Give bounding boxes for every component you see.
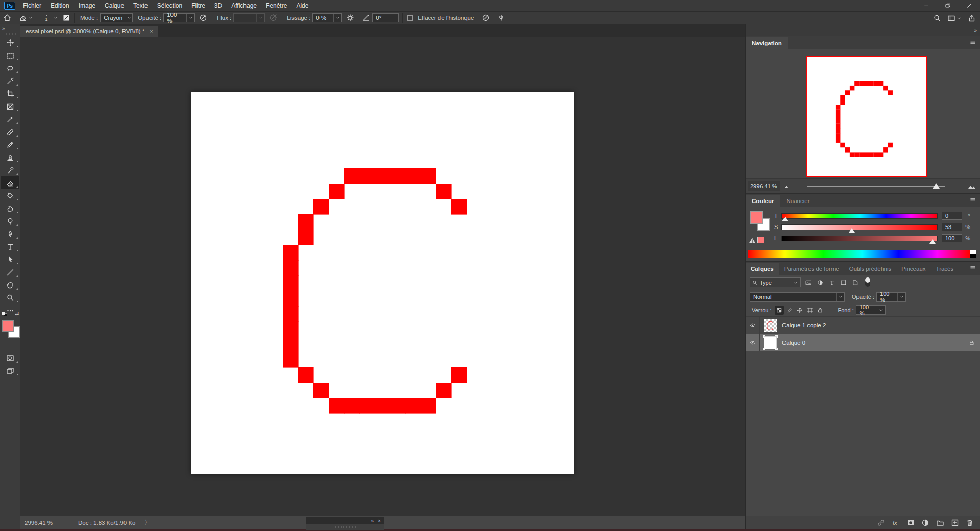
lock-artboard-icon[interactable] [805, 306, 815, 315]
color-spectrum-ramp[interactable] [748, 250, 976, 258]
layer-style-icon[interactable] [892, 519, 900, 527]
menu-image[interactable]: Image [74, 0, 100, 11]
type-filter-icon[interactable] [829, 280, 835, 286]
layer-visibility-eye-icon[interactable] [746, 317, 760, 334]
lock-all-icon[interactable] [816, 306, 825, 315]
shape-filter-icon[interactable] [841, 280, 847, 286]
slider-thumb[interactable] [849, 228, 855, 233]
slider-track-l[interactable] [781, 236, 938, 241]
move-tool[interactable] [1, 36, 19, 49]
slider-value-field[interactable]: 53 [942, 223, 962, 231]
pressure-size-toggle[interactable] [482, 14, 490, 22]
panel-menu-icon[interactable] [970, 39, 976, 45]
slider-thumb[interactable] [782, 217, 788, 221]
adjustment-layer-icon[interactable] [921, 519, 929, 527]
menu-fichier[interactable]: Fichier [18, 0, 46, 11]
toolbar-collapse-chevron[interactable]: » [0, 24, 7, 32]
tab-navigation[interactable]: Navigation [746, 37, 788, 49]
pen-tool[interactable] [1, 227, 19, 240]
crop-tool[interactable] [1, 87, 19, 100]
gamut-closest-swatch[interactable] [757, 237, 764, 243]
mode-select[interactable]: Crayon [100, 13, 133, 22]
foreground-color-swatch[interactable] [2, 320, 14, 332]
brush-angle-field[interactable]: 0° [372, 13, 399, 22]
tab-trac-s[interactable]: Tracés [931, 263, 959, 275]
zoom-in-icon[interactable] [968, 182, 976, 190]
tab-calques[interactable]: Calques [746, 263, 779, 275]
home-button[interactable] [3, 14, 11, 22]
minibar-close-icon[interactable]: × [378, 518, 381, 524]
line-tool[interactable] [1, 266, 19, 279]
layer-mask-icon[interactable] [906, 519, 915, 527]
brush-settings-panel-toggle[interactable] [62, 14, 70, 22]
lasso-tool[interactable] [1, 62, 19, 74]
tab-nuancier[interactable]: Nuancier [780, 195, 816, 207]
clone-stamp-tool[interactable] [1, 151, 19, 164]
eraser-tool[interactable] [1, 176, 19, 189]
status-zoom-level[interactable]: 2996.41 % [20, 520, 58, 526]
document-tab[interactable]: essai pixel.psd @ 3000% (Calque 0, RVB/8… [20, 26, 158, 37]
brush-tool[interactable] [1, 138, 19, 151]
rectangular-marquee-tool[interactable] [1, 49, 19, 62]
default-colors-icon[interactable] [2, 312, 8, 317]
smudge-tool[interactable] [1, 202, 19, 215]
tool-preset-picker[interactable] [19, 14, 33, 22]
layer-visibility-eye-icon[interactable] [746, 334, 760, 351]
toolbar-grip[interactable] [5, 33, 16, 35]
zoom-slider-thumb[interactable] [933, 183, 940, 189]
layer-row[interactable]: Calque 0 [746, 334, 980, 351]
smoothing-options-gear[interactable] [346, 14, 354, 22]
navigation-zoom-slider[interactable] [795, 179, 963, 193]
brush-preset-picker[interactable]: 1 [41, 15, 58, 21]
adjustment-filter-icon[interactable] [817, 280, 823, 286]
slider-value-field[interactable]: 0 [942, 212, 962, 220]
minimize-button[interactable] [916, 0, 937, 11]
slider-track-t[interactable] [781, 213, 938, 219]
swap-colors-icon[interactable]: ⇄ [15, 311, 19, 316]
erase-history-checkbox[interactable] [407, 15, 413, 21]
menu-aide[interactable]: Aide [291, 0, 313, 11]
paint-bucket-tool[interactable] [1, 189, 19, 202]
history-brush-tool[interactable] [1, 164, 19, 176]
menu-texte[interactable]: Texte [129, 0, 153, 11]
path-selection-tool[interactable] [1, 253, 19, 266]
navigation-thumbnail[interactable] [806, 56, 927, 177]
navigation-zoom-field[interactable]: 2996.41 % [748, 181, 780, 191]
menu-calque[interactable]: Calque [100, 0, 129, 11]
lock-transparency-icon[interactable] [775, 306, 784, 315]
layer-filter-type-select[interactable]: Type [750, 277, 801, 287]
pressure-opacity-toggle[interactable] [199, 14, 207, 22]
layer-name[interactable]: Calque 0 [782, 340, 805, 346]
blend-mode-select[interactable]: Normal [750, 292, 845, 302]
slider-thumb[interactable] [929, 239, 936, 244]
tab-couleur[interactable]: Couleur [746, 195, 780, 207]
type-tool[interactable] [1, 240, 19, 253]
dodge-tool[interactable] [1, 215, 19, 227]
menu-fen-tre[interactable]: Fenêtre [261, 0, 291, 11]
layer-row[interactable]: Calque 1 copie 2 [746, 317, 980, 334]
tab-param-tres-de-forme[interactable]: Paramètres de forme [779, 263, 844, 275]
black-swatch[interactable] [970, 254, 976, 258]
minibar-grip[interactable] [306, 524, 384, 530]
document-canvas[interactable] [191, 92, 574, 474]
quick-mask-button[interactable] [1, 351, 19, 364]
search-icon[interactable] [933, 14, 941, 22]
new-group-icon[interactable] [936, 519, 944, 527]
zoom-tool[interactable] [1, 291, 19, 304]
close-button[interactable] [959, 0, 980, 11]
frame-tool[interactable] [1, 100, 19, 113]
layer-thumbnail[interactable] [764, 319, 777, 332]
zoom-out-icon[interactable] [783, 183, 790, 189]
opacity-select[interactable]: 100 % [163, 13, 195, 22]
layer-thumbnail[interactable] [764, 336, 777, 349]
gamut-warning-icon[interactable] [748, 237, 756, 245]
panel-menu-icon[interactable] [970, 265, 976, 271]
minibar-expand-chevron[interactable]: » [371, 518, 374, 524]
menu-filtre[interactable]: Filtre [187, 0, 210, 11]
layer-opacity-select[interactable]: 100 % [876, 292, 906, 302]
dock-collapse-chevron[interactable]: » [974, 28, 977, 33]
delete-layer-icon[interactable] [966, 519, 974, 527]
layer-fill-select[interactable]: 100 % [856, 305, 886, 315]
menu-3d[interactable]: 3D [210, 0, 227, 11]
screen-mode-button[interactable] [1, 364, 19, 377]
